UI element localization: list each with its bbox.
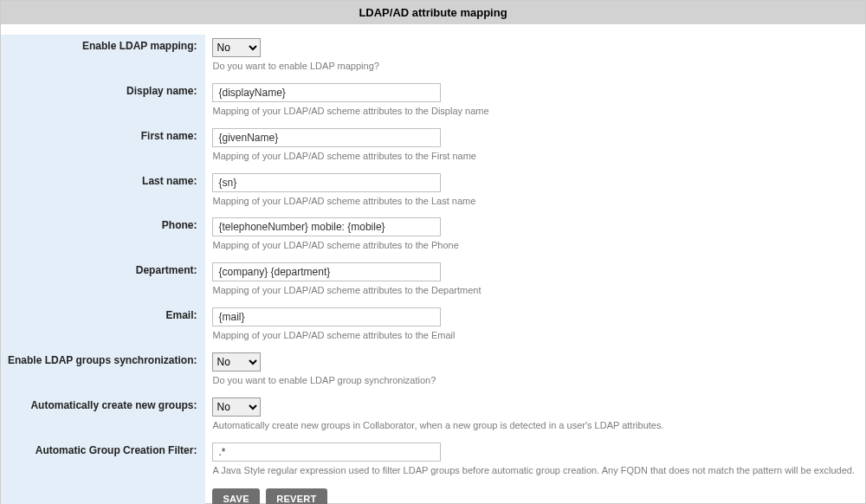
phone-label: Phone: — [1, 214, 205, 259]
auto-create-groups-label: Automatically create new groups: — [1, 394, 205, 439]
last-name-input[interactable] — [212, 173, 441, 192]
email-help: Mapping of your LDAP/AD scheme attribute… — [212, 329, 858, 342]
group-filter-input[interactable] — [212, 443, 441, 462]
revert-button[interactable]: REVERT — [266, 488, 326, 504]
department-help: Mapping of your LDAP/AD scheme attribute… — [212, 284, 858, 297]
phone-help: Mapping of your LDAP/AD scheme attribute… — [212, 239, 858, 252]
enable-group-sync-select[interactable]: No Yes — [212, 352, 261, 372]
enable-ldap-mapping-help: Do you want to enable LDAP mapping? — [212, 60, 858, 73]
first-name-label: First name: — [1, 125, 205, 170]
group-filter-label: Automatic Group Creation Filter: — [1, 439, 205, 484]
department-input[interactable] — [212, 262, 441, 281]
enable-group-sync-help: Do you want to enable LDAP group synchro… — [212, 374, 858, 387]
enable-ldap-mapping-select[interactable]: No Yes — [212, 38, 261, 57]
ldap-mapping-form: Enable LDAP mapping: No Yes Do you want … — [1, 24, 865, 504]
enable-group-sync-label: Enable LDAP groups synchronization: — [1, 349, 205, 394]
enable-ldap-mapping-label: Enable LDAP mapping: — [1, 35, 205, 80]
auto-create-groups-select[interactable]: No Yes — [212, 397, 261, 417]
page-title: LDAP/AD attribute mapping — [1, 1, 865, 24]
email-input[interactable] — [212, 307, 441, 326]
last-name-help: Mapping of your LDAP/AD scheme attribute… — [212, 195, 858, 208]
first-name-help: Mapping of your LDAP/AD scheme attribute… — [212, 150, 858, 163]
display-name-input[interactable] — [212, 83, 441, 102]
first-name-input[interactable] — [212, 128, 441, 147]
save-button[interactable]: SAVE — [212, 488, 259, 504]
department-label: Department: — [1, 259, 205, 304]
phone-input[interactable] — [212, 217, 441, 236]
display-name-help: Mapping of your LDAP/AD scheme attribute… — [212, 105, 858, 118]
display-name-label: Display name: — [1, 80, 205, 125]
action-button-row: SAVE REVERT — [212, 487, 858, 504]
group-filter-help: A Java Style regular expression used to … — [212, 464, 858, 477]
email-label: Email: — [1, 304, 205, 349]
auto-create-groups-help: Automatically create new groups in Colla… — [212, 419, 858, 432]
last-name-label: Last name: — [1, 170, 205, 215]
